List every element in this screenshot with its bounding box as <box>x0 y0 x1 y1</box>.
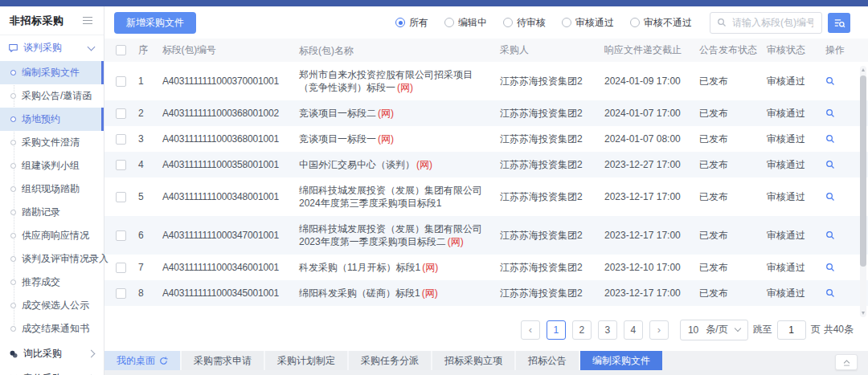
row-checkbox[interactable] <box>116 192 126 202</box>
sidebar-group[interactable]: 竞价采购 <box>0 366 104 375</box>
scrollbar-thumb[interactable] <box>860 75 866 267</box>
search-input[interactable] <box>731 16 815 29</box>
row-seq: 6 <box>138 230 162 241</box>
next-page-button[interactable]: › <box>649 320 669 340</box>
row-deadline: 2023-12-17 17:00 <box>604 230 699 241</box>
advanced-search-button[interactable] <box>828 13 850 33</box>
table-row[interactable]: 1A4031111111000370001001郑州市自来水投资控股有限公司招采… <box>104 62 868 100</box>
workspace-tab[interactable]: 采购任务分派 <box>349 351 432 370</box>
sidebar-subnav: 编制采购文件采购公告/邀请函场地预约采购文件澄清组建谈判小组组织现场踏勘踏勘记录… <box>0 60 104 341</box>
table-row[interactable]: 8A4031111111000345001001绵阳科发采购（磋商）标段1(网)… <box>104 280 868 306</box>
view-icon[interactable] <box>825 192 835 202</box>
table-row[interactable]: 6A4031111111000347001001绵阳科技城发展投资（发展）集团有… <box>104 216 868 255</box>
view-icon[interactable] <box>825 230 835 240</box>
sidebar-item[interactable]: 编制采购文件 <box>0 61 104 84</box>
page-button[interactable]: 2 <box>572 320 592 340</box>
prev-page-button[interactable]: ‹ <box>521 320 540 340</box>
workspace-tab[interactable]: 招标公告 <box>516 351 580 370</box>
filter-radio[interactable]: 审核不通过 <box>630 16 692 30</box>
row-audit-status: 审核通过 <box>767 287 825 300</box>
sidebar-item[interactable]: 采购公告/邀请函 <box>0 84 104 108</box>
workspace-tab[interactable]: 采购需求申请 <box>182 351 265 370</box>
row-buyer: 江苏苏海投资集团2 <box>500 287 604 300</box>
sidebar-item-label: 踏勘记录 <box>22 206 60 219</box>
sidebar-group-negotiation[interactable]: 谈判采购 <box>0 35 104 60</box>
view-icon[interactable] <box>825 134 835 144</box>
row-audit-status: 审核通过 <box>767 158 825 172</box>
tab-label: 我的桌面 <box>117 354 155 368</box>
row-buyer: 江苏苏海投资集团2 <box>500 107 604 120</box>
sidebar-item[interactable]: 供应商响应情况 <box>0 224 104 247</box>
operation-cell <box>825 108 853 118</box>
view-icon[interactable] <box>825 108 835 118</box>
sidebar-item-label: 采购公告/邀请函 <box>22 89 92 103</box>
page-button[interactable]: 1 <box>547 320 566 340</box>
total-count-label: 共40条 <box>824 323 854 336</box>
workspace-tab[interactable]: 编制采购文件 <box>580 351 662 370</box>
table-row[interactable]: 5A4031111111000348001001绵阳科技城发展投资（发展）集团有… <box>104 177 868 216</box>
tab-label: 采购任务分派 <box>361 354 419 368</box>
row-audit-status: 审核通过 <box>767 107 825 120</box>
row-checkbox[interactable] <box>116 263 126 273</box>
sidebar-item-label: 组建谈判小组 <box>22 159 80 173</box>
row-buyer: 江苏苏海投资集团2 <box>500 229 604 243</box>
row-seq: 7 <box>138 262 162 273</box>
menu-collapse-icon[interactable] <box>81 15 94 26</box>
column-header: 序 <box>138 43 162 57</box>
row-name: 郑州市自来水投资控股有限公司招采项目（竞争性谈判）标段一(网) <box>299 62 500 100</box>
view-icon[interactable] <box>825 76 835 86</box>
app-screen: 非招标采购 谈判采购 编制采购文件采购公告/邀请函场地预约采购文件澄清组建谈判小… <box>0 0 868 375</box>
filter-radio[interactable]: 待审核 <box>503 16 546 30</box>
operation-cell <box>825 192 853 202</box>
view-icon[interactable] <box>825 160 835 169</box>
collapse-corner-button[interactable] <box>835 354 858 370</box>
add-document-button[interactable]: 新增采购文件 <box>114 12 196 34</box>
sidebar-item[interactable]: 组建谈判小组 <box>0 154 104 177</box>
sidebar-item[interactable]: 推荐成交 <box>0 271 104 294</box>
row-checkbox[interactable] <box>116 76 126 87</box>
table-scrollbar[interactable] <box>860 66 866 317</box>
row-checkbox[interactable] <box>116 108 126 119</box>
select-all-checkbox[interactable] <box>116 45 126 55</box>
row-checkbox[interactable] <box>116 230 126 241</box>
sidebar-item[interactable]: 场地预约 <box>0 108 104 131</box>
filter-label: 审核通过 <box>575 16 614 30</box>
filter-radio[interactable]: 编辑中 <box>444 16 487 30</box>
row-publish-status: 已发布 <box>699 75 767 88</box>
bullet-icon <box>10 163 16 169</box>
row-checkbox[interactable] <box>116 160 126 170</box>
row-seq: 3 <box>138 133 162 145</box>
sidebar-item[interactable]: 成交结果通知书 <box>0 317 104 340</box>
table-row[interactable]: 3A4031111111000368001001竞谈项目一标段一(网)江苏苏海投… <box>104 126 868 152</box>
filter-label: 审核不通过 <box>644 16 692 30</box>
table-row[interactable]: 2A4031111111000368001002竞谈项目一标段二(网)江苏苏海投… <box>104 100 868 126</box>
workspace-tab[interactable]: 招标采购立项 <box>432 351 516 370</box>
tab-label: 采购需求申请 <box>194 354 252 368</box>
sidebar-item[interactable]: 组织现场踏勘 <box>0 177 104 201</box>
sidebar-item[interactable]: 谈判及评审情况录入 <box>0 247 104 271</box>
view-icon[interactable] <box>825 288 835 298</box>
jump-page-input[interactable] <box>777 320 806 340</box>
table-row[interactable]: 7A4031111111000346001001科发采购（11月开标）标段1(网… <box>104 255 868 280</box>
page-button[interactable]: 3 <box>598 320 617 340</box>
table-row[interactable]: 4A4031111111000358001001中国外汇交易中心（谈判）(网)江… <box>104 152 868 177</box>
workspace-tab[interactable]: 我的桌面 <box>104 351 182 370</box>
page-button[interactable]: 4 <box>624 320 643 340</box>
row-audit-status: 审核通过 <box>767 132 825 146</box>
row-checkbox[interactable] <box>116 288 126 299</box>
filter-radio[interactable]: 所有 <box>395 16 428 30</box>
view-icon[interactable] <box>825 263 835 272</box>
sidebar-item[interactable]: 成交候选人公示 <box>0 294 104 317</box>
row-deadline: 2023-12-10 17:00 <box>604 262 699 273</box>
page-size-select[interactable]: 10条/页 <box>680 320 748 340</box>
sidebar-item[interactable]: 采购文件澄清 <box>0 131 104 154</box>
filter-radio[interactable]: 审核通过 <box>562 16 614 30</box>
workspace-tab[interactable]: 采购计划制定 <box>265 351 349 370</box>
bullet-icon <box>10 93 16 99</box>
sidebar-item[interactable]: 踏勘记录 <box>0 201 104 224</box>
row-checkbox[interactable] <box>116 134 126 145</box>
table-header: 序标段(包)编号标段(包)名称采购人响应文件递交截止公告发布状态审核状态操作 <box>104 39 868 62</box>
sidebar-group[interactable]: 询比采购 <box>0 341 104 366</box>
sidebar-group-label: 谈判采购 <box>23 41 84 55</box>
chevron-right-icon <box>88 350 96 358</box>
